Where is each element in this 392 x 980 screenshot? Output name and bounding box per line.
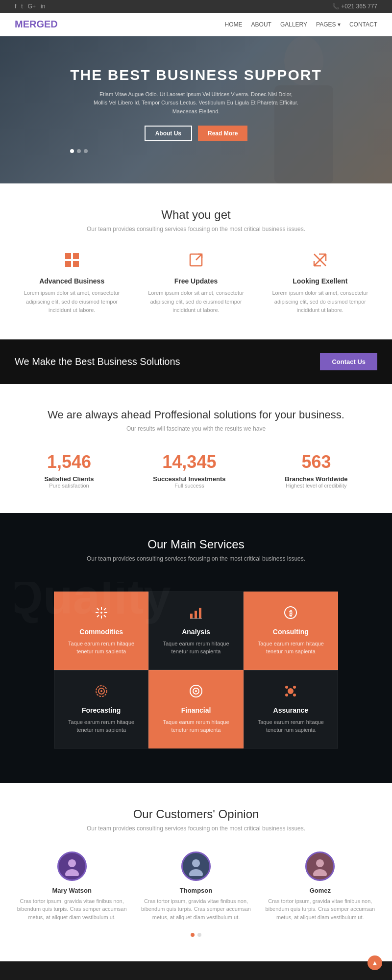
top-bar: f t G+ in 📞 +021 365 777 (0, 0, 392, 13)
avatar-gomez (305, 851, 335, 881)
testimonials-subtitle: Our team provides consulting services fo… (15, 825, 377, 832)
hero-subtitle: Etiam Vitae Augue Odio. Ut Laoreet Ipsum… (93, 90, 299, 116)
dot-1[interactable] (70, 149, 74, 153)
svg-point-41 (65, 869, 79, 876)
svg-point-40 (68, 859, 76, 867)
avatar-thompson (181, 851, 211, 881)
feature-advanced-business: Advanced Business Lorem ipsum dolor sit … (15, 252, 129, 315)
services-title: Our Main Services (15, 538, 377, 551)
feature-free-updates: Free Updates Lorem ipsum dolor sit amet,… (139, 252, 253, 315)
svg-point-14 (100, 612, 102, 614)
svg-line-19 (97, 608, 99, 610)
stat-label-3: Branches Worldwide (285, 475, 347, 483)
services-grid: Commodities Taque earum rerum hitaque te… (54, 592, 338, 748)
service-text-6: Taque earum rerum hitaque tenetur rum sa… (253, 718, 329, 734)
service-title-1: Commodities (63, 628, 139, 636)
nav-links: HOME ABOUT GALLERY PAGES ▾ CONTACT (225, 21, 377, 28)
svg-line-20 (104, 615, 106, 617)
hero-title: THE BEST BUSINESS SUPPORT (70, 67, 321, 83)
service-text-1: Taque earum rerum hitaque tenetur rum sa… (63, 640, 139, 656)
financial-icon (158, 684, 234, 701)
contact-us-button[interactable]: Contact Us (320, 353, 377, 370)
svg-point-42 (192, 859, 200, 867)
testimonials-section: Our Customers' Opinion Our team provides… (0, 783, 392, 962)
service-commodities: Commodities Taque earum rerum hitaque te… (54, 592, 148, 670)
twitter-icon[interactable]: t (21, 3, 23, 10)
svg-rect-2 (65, 253, 71, 259)
tdot-1[interactable] (191, 933, 195, 937)
testimonial-text-3: Cras tortor ipsum, gravida vitae finibus… (263, 897, 377, 922)
service-text-4: Taque earum rerum hitaque tenetur rum sa… (63, 718, 139, 734)
assurance-icon (253, 684, 329, 701)
service-title-5: Financial (158, 706, 234, 714)
nav-pages[interactable]: PAGES ▾ (316, 21, 341, 28)
hero-dots (70, 149, 321, 153)
testimonial-name-3: Gomez (263, 887, 377, 894)
stat-number-2: 14,345 (153, 452, 225, 472)
svg-rect-25 (199, 608, 201, 619)
stat-desc-3: Highest level of credibility (285, 483, 347, 489)
scroll-top-button[interactable]: ▲ (368, 955, 382, 970)
about-us-button[interactable]: About Us (145, 126, 192, 141)
svg-point-39 (293, 694, 296, 696)
analysis-icon (158, 606, 234, 623)
stat-clients: 1,546 Satisfied Clients Pure satisfactio… (44, 452, 94, 489)
feature-text-3: Lorem ipsum dolor sit amet, consectetur … (263, 289, 377, 315)
svg-rect-24 (195, 611, 197, 619)
dot-2[interactable] (77, 149, 81, 153)
testimonial-dots (15, 933, 377, 937)
what-title: What you get (15, 208, 377, 222)
services-section: Our Main Services Our team provides cons… (0, 513, 392, 783)
feature-text-1: Lorem ipsum dolor sit amet, consectetur … (15, 289, 129, 315)
service-assurance: Assurance Taque earum rerum hitaque tene… (244, 670, 338, 748)
linkedin-icon[interactable]: in (41, 3, 45, 10)
svg-rect-5 (73, 261, 79, 267)
svg-rect-23 (190, 614, 193, 619)
tdot-2[interactable] (197, 933, 201, 937)
what-you-get-section: What you get Our team provides consultin… (0, 183, 392, 339)
stats-section: We are always ahead Proffesional solutio… (0, 384, 392, 513)
feature-title-3: Looking Exellent (263, 277, 377, 285)
svg-line-7 (196, 254, 202, 260)
stats-heading: We are always ahead Proffesional solutio… (15, 409, 377, 421)
stat-investments: 14,345 Successful Investments Full succe… (153, 452, 225, 489)
hero-section: THE BEST BUSINESS SUPPORT Etiam Vitae Au… (0, 36, 392, 183)
svg-line-21 (104, 608, 106, 610)
service-title-4: Forecasting (63, 706, 139, 714)
service-forecasting: Forecasting Taque earum rerum hitaque te… (54, 670, 148, 748)
stats-grid: 1,546 Satisfied Clients Pure satisfactio… (15, 452, 377, 489)
logo[interactable]: MERGED (15, 19, 58, 30)
nav-about[interactable]: ABOUT (251, 21, 271, 28)
testimonial-3: Gomez Cras tortor ipsum, gravida vitae f… (263, 851, 377, 922)
svg-line-22 (97, 615, 99, 617)
testimonials-grid: Mary Watson Cras tortor ipsum, gravida v… (15, 851, 377, 922)
stat-number-1: 1,546 (44, 452, 94, 472)
hero-content: THE BEST BUSINESS SUPPORT Etiam Vitae Au… (70, 67, 321, 154)
avatar-mary (57, 851, 87, 881)
nav-gallery[interactable]: GALLERY (280, 21, 307, 28)
stat-label-2: Successful Investments (153, 475, 225, 483)
logo-accent: M (15, 19, 23, 29)
consulting-icon: ₿ (253, 606, 329, 623)
social-links[interactable]: f t G+ in (15, 3, 45, 10)
facebook-icon[interactable]: f (15, 3, 16, 10)
svg-rect-4 (65, 261, 71, 267)
cta-banner: We Make the Best Business Solutions Cont… (0, 339, 392, 384)
testimonial-2: Thompson Cras tortor ipsum, gravida vita… (139, 851, 253, 922)
testimonials-title: Our Customers' Opinion (15, 807, 377, 821)
read-more-button[interactable]: Read More (198, 126, 247, 141)
svg-point-34 (195, 690, 197, 692)
dot-3[interactable] (84, 149, 88, 153)
footer: Subscribe Newsletter By subscribing to o… (0, 961, 392, 980)
googleplus-icon[interactable]: G+ (28, 3, 36, 10)
svg-point-43 (189, 869, 203, 876)
features-grid: Advanced Business Lorem ipsum dolor sit … (15, 252, 377, 315)
nav-contact[interactable]: CONTACT (349, 21, 377, 28)
cta-text: We Make the Best Business Solutions (15, 356, 180, 367)
feature-text-2: Lorem ipsum dolor sit amet, consectetur … (139, 289, 253, 315)
feature-title-2: Free Updates (139, 277, 253, 285)
service-financial: Financial Taque earum rerum hitaque tene… (148, 670, 243, 748)
free-updates-icon (139, 252, 253, 271)
testimonial-text-1: Cras tortor ipsum, gravida vitae finibus… (15, 897, 129, 922)
nav-home[interactable]: HOME (225, 21, 243, 28)
